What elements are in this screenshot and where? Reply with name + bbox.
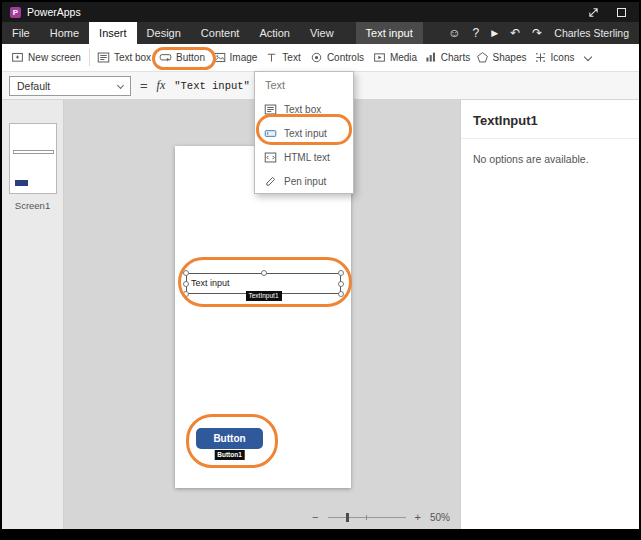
ribbon-separator [89, 49, 90, 66]
text-input-control[interactable]: Text input TextInput1 [186, 273, 341, 294]
controls-icon [310, 51, 323, 64]
charts-icon [424, 51, 437, 64]
menu-tab-content[interactable]: Content [191, 22, 250, 44]
menu-tab-file[interactable]: File [2, 22, 40, 44]
menu-tab-design[interactable]: Design [137, 22, 191, 44]
ribbon-media[interactable]: Media [369, 44, 421, 71]
screens-panel: Screen1 [2, 100, 64, 529]
zoom-level: 50% [430, 512, 450, 523]
menu-bar: File Home Insert Design Content Action V… [2, 22, 639, 44]
zoom-slider-tick [366, 515, 367, 520]
feedback-smiley-icon[interactable]: ☺ [448, 22, 460, 44]
ribbon-image[interactable]: Image [209, 44, 261, 71]
thumbnail-textinput-mini [13, 150, 54, 154]
zoom-slider-thumb[interactable] [346, 513, 349, 522]
app-title: PowerApps [27, 6, 81, 18]
equals-sign: = [140, 78, 148, 93]
menu-item-html-text[interactable]: HTML text [255, 145, 353, 169]
ribbon-new-screen[interactable]: New screen [6, 44, 86, 71]
text-input-name-tag: TextInput1 [246, 291, 282, 301]
zoom-slider[interactable] [328, 513, 406, 522]
title-bar: P PowerApps [2, 2, 639, 22]
button-icon [159, 51, 172, 64]
button-label: Button [213, 433, 245, 444]
ribbon-button[interactable]: Button [155, 44, 209, 71]
formula-input[interactable]: "Text input" [174, 80, 250, 92]
new-screen-icon [11, 51, 24, 64]
text-menu-header: Text [255, 72, 353, 97]
screen-artboard[interactable]: Text input TextInput1 Button Button1 [175, 146, 351, 488]
zoom-out-icon[interactable]: − [312, 511, 318, 523]
resize-handle-top-left[interactable] [183, 270, 189, 276]
resize-handle-top-right[interactable] [338, 270, 344, 276]
ribbon-shapes[interactable]: Shapes [473, 44, 529, 71]
properties-panel: TextInput1 No options are available. [460, 100, 639, 529]
help-icon[interactable]: ? [473, 22, 480, 44]
zoom-slider-track [328, 517, 406, 518]
resize-handle-top-middle[interactable] [261, 270, 267, 276]
undo-icon[interactable]: ↶ [510, 22, 520, 44]
shapes-icon [476, 51, 489, 64]
menu-tab-text-input-context[interactable]: Text input [356, 22, 423, 44]
user-name[interactable]: Charles Sterling [554, 27, 629, 39]
resize-handle-bottom-left[interactable] [183, 291, 189, 297]
zoom-bar: − + 50% [312, 511, 450, 523]
zoom-in-icon[interactable]: + [415, 511, 421, 523]
image-icon [213, 51, 226, 64]
properties-empty-message: No options are available. [461, 139, 639, 179]
html-text-icon [264, 151, 277, 164]
thumbnail-button-mini [15, 180, 28, 186]
fullscreen-icon[interactable] [587, 6, 599, 18]
ribbon-text[interactable]: Text [261, 44, 305, 71]
menu-item-pen-input[interactable]: Pen input [255, 169, 353, 193]
icons-icon [534, 51, 547, 64]
button-name-tag: Button1 [214, 450, 245, 460]
fx-icon: fx [157, 78, 166, 93]
powerapps-logo-icon: P [10, 7, 21, 18]
menu-tab-view[interactable]: View [300, 22, 344, 44]
text-box-icon [264, 103, 277, 116]
resize-handle-bottom-right[interactable] [338, 291, 344, 297]
menu-tab-action[interactable]: Action [249, 22, 300, 44]
ribbon-chevron-down-icon[interactable] [584, 52, 592, 60]
text-input-value: Text input [191, 278, 230, 288]
text-box-icon [97, 51, 110, 64]
ribbon-controls[interactable]: Controls [305, 44, 369, 71]
screen-name-label: Screen1 [2, 200, 63, 211]
property-select[interactable]: Default [9, 76, 131, 96]
menu-item-text-box[interactable]: Text box [255, 97, 353, 121]
resize-handle-middle-left[interactable] [183, 281, 189, 287]
text-icon [265, 51, 278, 64]
maximize-icon[interactable] [615, 6, 627, 18]
menu-tab-home[interactable]: Home [40, 22, 89, 44]
insert-ribbon: New screen Text box Button Image Text Co… [2, 44, 639, 72]
menu-item-text-input[interactable]: Text input [255, 121, 353, 145]
properties-panel-title: TextInput1 [461, 100, 639, 139]
menu-tab-insert[interactable]: Insert [89, 22, 137, 44]
resize-handle-middle-right[interactable] [338, 281, 344, 287]
text-input-icon [264, 127, 277, 140]
redo-icon[interactable]: ↷ [532, 22, 542, 44]
chevron-down-icon [117, 82, 124, 89]
pen-input-icon [264, 175, 277, 188]
ribbon-text-box[interactable]: Text box [93, 44, 155, 71]
ribbon-icons[interactable]: Icons [529, 44, 579, 71]
preview-play-icon[interactable]: ▶ [491, 22, 498, 44]
screen-thumbnail[interactable] [9, 123, 57, 194]
ribbon-charts[interactable]: Charts [421, 44, 473, 71]
window-frame: P PowerApps File Home Insert Design Cont… [0, 0, 641, 540]
media-icon [373, 51, 386, 64]
button-control[interactable]: Button Button1 [196, 428, 263, 449]
powerapps-window: P PowerApps File Home Insert Design Cont… [2, 2, 639, 529]
text-dropdown-menu: Text Text box Text input HTML text Pen i… [254, 71, 354, 194]
